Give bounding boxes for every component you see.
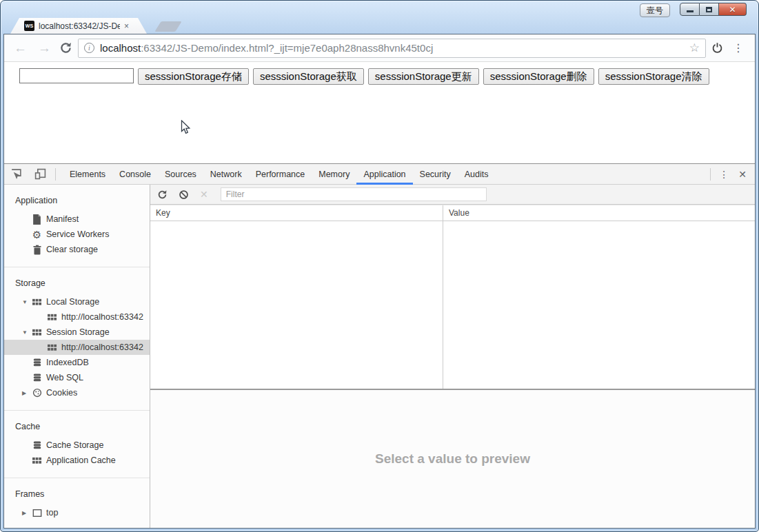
divider <box>55 168 56 181</box>
bookmark-star-icon[interactable]: ☆ <box>689 41 700 55</box>
sidebar-item-label: http://localhost:63342 <box>61 342 143 352</box>
devtools-tab-network[interactable]: Network <box>203 164 249 184</box>
devtools-tab-elements[interactable]: Elements <box>63 164 112 184</box>
button-sesssionstorage[interactable]: sesssionStorage更新 <box>368 68 479 85</box>
url-text: localhost:63342/JS-Demo/index.html?_ijt=… <box>100 42 684 54</box>
database-icon <box>32 440 42 451</box>
url-bar[interactable]: i localhost:63342/JS-Demo/index.html?_ij… <box>78 39 706 58</box>
trash-icon <box>32 245 42 255</box>
sidebar-item-label: Cookies <box>46 388 77 398</box>
devtools-tabs: ElementsConsoleSourcesNetworkPerformance… <box>63 164 495 184</box>
storage-table: Key Value <box>150 205 755 390</box>
delete-selected-icon[interactable]: ✕ <box>200 190 208 199</box>
table-icon <box>47 342 57 353</box>
sidebar-item-label: top <box>46 508 58 518</box>
browser-tab[interactable]: WS localhost:63342/JS-Der × <box>10 18 147 34</box>
sidebar-section-cache: CacheCache StorageApplication Cache <box>4 410 150 478</box>
sidebar-item-label: Application Cache <box>46 456 116 465</box>
filter-input[interactable] <box>221 187 487 201</box>
preview-placeholder-text: Select a value to preview <box>375 451 530 467</box>
storage-text-input[interactable] <box>19 68 134 83</box>
maximize-icon <box>706 7 712 12</box>
session-storage-panel: ✕ Key Value Select a value to prev <box>150 185 755 528</box>
webstorm-favicon-icon: WS <box>24 21 34 31</box>
sidebar-item-clear-storage[interactable]: Clear storage <box>4 242 150 257</box>
sidebar-item-cookies[interactable]: ▶Cookies <box>4 385 150 400</box>
sidebar-item-application-cache[interactable]: Application Cache <box>4 453 150 468</box>
extension-power-icon[interactable] <box>711 42 723 54</box>
sidebar-item-manifest[interactable]: Manifest <box>4 212 150 227</box>
chrome-menu-icon[interactable]: ⋮ <box>729 41 748 54</box>
maximize-button[interactable] <box>700 3 719 16</box>
sidebar-item-label: Session Storage <box>46 327 110 337</box>
forward-button[interactable]: → <box>35 41 54 54</box>
collapse-arrow-icon[interactable]: ▼ <box>22 329 28 336</box>
tab-close-icon[interactable]: × <box>124 22 129 30</box>
sidebar-item-local-storage[interactable]: ▼Local Storage <box>4 294 150 309</box>
sidebar-item-session-storage[interactable]: ▼Session Storage <box>4 325 150 340</box>
new-tab-button[interactable] <box>154 21 181 32</box>
sidebar-item-label: Service Workers <box>46 229 109 239</box>
table-icon <box>32 327 42 338</box>
devtools-tab-sources[interactable]: Sources <box>158 164 203 184</box>
database-icon <box>32 373 42 383</box>
refresh-icon[interactable] <box>157 190 168 200</box>
profile-badge[interactable]: 壹号 <box>640 3 670 17</box>
page-buttons: sesssionStorage存储sesssionStorage获取sesssi… <box>138 68 709 85</box>
sidebar-item-top[interactable]: ▶top <box>4 505 150 520</box>
collapse-arrow-icon[interactable]: ▼ <box>22 299 28 305</box>
sidebar-item-label: Manifest <box>46 214 79 224</box>
inspect-element-icon[interactable] <box>4 164 28 184</box>
clear-all-icon[interactable] <box>179 190 189 200</box>
sidebar-item-label: Web SQL <box>46 373 83 382</box>
table-icon <box>32 297 42 307</box>
devtools-tab-audits[interactable]: Audits <box>458 164 496 184</box>
sidebar-item-http-localhost-63342[interactable]: http://localhost:63342 <box>4 340 150 355</box>
divider <box>710 168 711 181</box>
expand-arrow-icon[interactable]: ▶ <box>22 390 26 396</box>
browser-window: WS localhost:63342/JS-Der × 壹号 ✕ ← → i l… <box>0 0 759 532</box>
table-body[interactable] <box>150 221 755 389</box>
expand-arrow-icon[interactable]: ▶ <box>22 510 26 516</box>
devtools-tab-security[interactable]: Security <box>413 164 458 184</box>
devtools-tab-console[interactable]: Console <box>112 164 158 184</box>
key-column-header[interactable]: Key <box>150 205 443 221</box>
button-sesssionstorage[interactable]: sesssionStorage清除 <box>598 68 709 85</box>
devtools-menu-icon[interactable]: ⋮ <box>714 164 734 184</box>
back-button[interactable]: ← <box>11 41 30 54</box>
section-header-application: Application <box>4 190 150 212</box>
browser-toolbar: ← → i localhost:63342/JS-Demo/index.html… <box>4 34 755 62</box>
table-icon <box>32 456 42 466</box>
section-header-cache: Cache <box>4 416 150 438</box>
sidebar-item-web-sql[interactable]: Web SQL <box>4 370 150 385</box>
value-column-header[interactable]: Value <box>443 205 755 221</box>
window-controls: ✕ <box>680 3 747 16</box>
button-sesssionstorage[interactable]: sesssionStorage获取 <box>253 68 364 85</box>
table-header: Key Value <box>150 205 755 221</box>
devtools-tab-performance[interactable]: Performance <box>249 164 312 184</box>
cookie-icon <box>32 388 42 398</box>
sidebar-item-label: Clear storage <box>46 245 98 254</box>
page-content: sesssionStorage存储sesssionStorage获取sesssi… <box>4 62 755 163</box>
devtools-tab-application[interactable]: Application <box>356 164 412 184</box>
button-sesssionstorage[interactable]: sesssionStorage删除 <box>483 68 594 85</box>
reload-button[interactable] <box>59 41 72 54</box>
sidebar-item-http-localhost-63342[interactable]: http://localhost:63342 <box>4 309 150 325</box>
devtools-panel: ElementsConsoleSourcesNetworkPerformance… <box>4 163 755 528</box>
device-toolbar-icon[interactable] <box>28 164 52 184</box>
value-preview-pane: Select a value to preview <box>150 390 755 528</box>
devtools-close-icon[interactable]: ✕ <box>734 164 755 184</box>
devtools-tab-memory[interactable]: Memory <box>312 164 356 184</box>
database-icon <box>32 358 42 368</box>
sidebar-item-indexeddb[interactable]: IndexedDB <box>4 355 150 370</box>
button-sesssionstorage[interactable]: sesssionStorage存储 <box>138 68 249 85</box>
sidebar-item-service-workers[interactable]: ⚙Service Workers <box>4 227 150 242</box>
page-info-icon[interactable]: i <box>84 43 94 53</box>
gear-icon: ⚙ <box>32 229 42 240</box>
minimize-button[interactable] <box>680 3 700 16</box>
minimize-icon <box>687 10 694 12</box>
sidebar-item-cache-storage[interactable]: Cache Storage <box>4 438 150 453</box>
close-button[interactable]: ✕ <box>719 3 747 16</box>
application-sidebar: ApplicationManifest⚙Service WorkersClear… <box>4 185 150 528</box>
tab-title: localhost:63342/JS-Der <box>39 21 120 31</box>
